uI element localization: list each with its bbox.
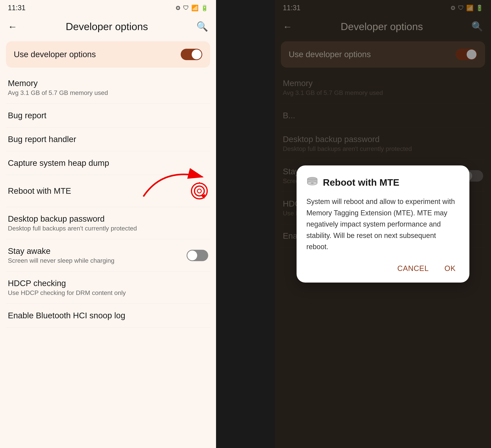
bug-report-item[interactable]: Bug report (6, 104, 210, 127)
svg-point-2 (197, 189, 201, 193)
dialog-icon (306, 175, 318, 190)
capture-heap-title: Capture system heap dump (8, 158, 208, 168)
bug-report-handler-title: Bug report handler (8, 135, 208, 144)
desktop-backup-item[interactable]: Desktop backup password Desktop full bac… (6, 207, 210, 239)
back-button-left[interactable]: ← (6, 19, 19, 34)
ok-button[interactable]: OK (441, 262, 460, 275)
svg-point-1 (194, 186, 204, 196)
shield-icon: 🛡 (183, 5, 189, 11)
stay-awake-subtitle: Screen will never sleep while charging (8, 257, 114, 264)
click-icon (190, 182, 208, 200)
dialog-title: Reboot with MTE (323, 177, 399, 188)
bug-report-title: Bug report (8, 111, 208, 120)
desktop-backup-subtitle: Desktop full backups aren't currently pr… (8, 225, 208, 232)
battery-icon: 🔋 (201, 5, 208, 11)
dialog-body: System will reboot and allow to experime… (306, 196, 460, 252)
disk-icon (306, 175, 318, 187)
stay-awake-knob (187, 250, 197, 260)
reboot-mte-dialog: Reboot with MTE System will reboot and a… (297, 165, 469, 283)
dev-options-label-left: Use developer options (14, 50, 96, 59)
divider (216, 0, 275, 448)
wifi-icon: 📶 (191, 5, 198, 11)
cancel-button[interactable]: Cancel (393, 262, 433, 275)
dialog-buttons: Cancel OK (306, 262, 460, 275)
bluetooth-title: Enable Bluetooth HCI snoop log (8, 311, 208, 320)
hdcp-subtitle: Use HDCP checking for DRM content only (8, 289, 208, 296)
memory-subtitle: Avg 3.1 GB of 5.7 GB memory used (8, 89, 108, 96)
stay-awake-item[interactable]: Stay awake Screen will never sleep while… (6, 239, 210, 272)
stay-awake-toggle-left[interactable] (187, 250, 208, 261)
hdcp-item[interactable]: HDCP checking Use HDCP checking for DRM … (6, 272, 210, 304)
memory-title: Memory (8, 79, 108, 88)
settings-list-left: Memory Avg 3.1 GB of 5.7 GB memory used … (0, 72, 216, 448)
reboot-mte-title: Reboot with MTE (8, 186, 71, 196)
search-button-left[interactable]: 🔍 (194, 19, 210, 34)
dialog-header: Reboot with MTE (306, 175, 460, 190)
dialog-overlay: Reboot with MTE System will reboot and a… (275, 0, 491, 448)
capture-heap-item[interactable]: Capture system heap dump (6, 151, 210, 175)
bluetooth-item[interactable]: Enable Bluetooth HCI snoop log (6, 304, 210, 328)
time-left: 11:31 (8, 4, 26, 12)
hdcp-title: HDCP checking (8, 279, 208, 288)
toggle-knob (192, 49, 201, 59)
nav-bar-left: ← Developer options 🔍 (0, 16, 216, 37)
reboot-mte-item[interactable]: Reboot with MTE (6, 175, 210, 207)
page-title-left: Developer options (23, 21, 190, 32)
dev-options-card-left[interactable]: Use developer options (6, 41, 210, 67)
settings-icon: ⚙ (175, 5, 181, 11)
stay-awake-title: Stay awake (8, 246, 114, 256)
bug-report-handler-item[interactable]: Bug report handler (6, 127, 210, 151)
right-panel: 11:31 ⚙ 🛡 📶 🔋 ← Developer options 🔍 Use … (275, 0, 491, 448)
dev-options-toggle-left[interactable] (181, 49, 202, 60)
memory-item[interactable]: Memory Avg 3.1 GB of 5.7 GB memory used (6, 72, 210, 104)
svg-point-9 (311, 182, 314, 184)
status-icons-left: ⚙ 🛡 📶 🔋 (175, 5, 208, 11)
left-panel: 11:31 ⚙ 🛡 📶 🔋 ← Developer options 🔍 Use … (0, 0, 216, 448)
desktop-backup-title: Desktop backup password (8, 214, 208, 224)
status-bar-left: 11:31 ⚙ 🛡 📶 🔋 (0, 0, 216, 16)
